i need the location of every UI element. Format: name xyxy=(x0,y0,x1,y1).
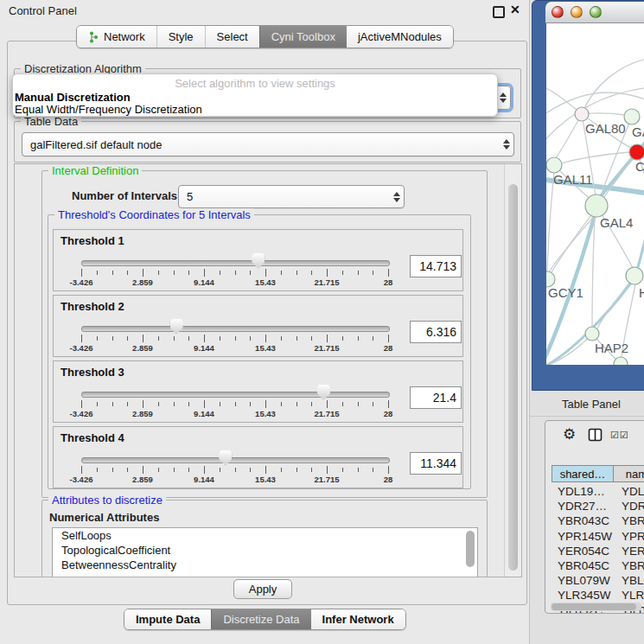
threshold-value-field[interactable]: 21.4 xyxy=(410,386,462,409)
table-data-combobox[interactable]: galFiltered.sif default node xyxy=(22,132,514,156)
table-cell[interactable]: YDL1 xyxy=(619,484,644,499)
network-node[interactable] xyxy=(614,357,628,365)
slider-thumb[interactable] xyxy=(219,450,232,466)
table-panel-header: Table Panel xyxy=(530,393,644,417)
threshold-value-field[interactable]: 14.713 xyxy=(410,255,462,277)
stepper-arrows-icon[interactable] xyxy=(500,133,513,156)
table-row[interactable]: YER054CYER0 xyxy=(552,544,644,558)
node-label: GAL4 xyxy=(600,215,633,230)
table-row[interactable]: YDL19…YDL1 xyxy=(552,484,644,499)
table-row[interactable]: YPR145WYPR1 xyxy=(552,529,644,544)
minimize-traffic-light-icon[interactable] xyxy=(571,6,583,18)
float-window-icon[interactable] xyxy=(493,6,505,18)
slider-tick xyxy=(188,336,189,341)
list-scrollbar[interactable] xyxy=(466,530,475,577)
table-cell[interactable]: YBR045C xyxy=(552,558,619,573)
slider-tick xyxy=(127,402,128,406)
tab-select[interactable]: Select xyxy=(205,26,259,48)
table-cell[interactable]: YPR1 xyxy=(619,529,644,544)
horizontal-scrollbar[interactable] xyxy=(551,603,641,611)
table-row[interactable]: YBL079WYBL0 xyxy=(552,573,644,588)
table-cell[interactable]: YDR27… xyxy=(552,499,619,513)
apply-button[interactable]: Apply xyxy=(233,579,292,599)
gear-icon[interactable]: ⚙ xyxy=(563,425,576,443)
network-edge[interactable] xyxy=(547,172,554,272)
network-edge[interactable] xyxy=(554,152,629,165)
table-cell[interactable]: YBR0 xyxy=(619,558,644,573)
slider-thumb[interactable] xyxy=(317,385,330,400)
close-icon[interactable]: ✕ xyxy=(510,3,520,16)
network-node[interactable] xyxy=(629,144,644,160)
table-cell[interactable]: YPR145W xyxy=(552,529,619,544)
tab-impute-data[interactable]: Impute Data xyxy=(124,609,211,629)
slider-track[interactable] xyxy=(81,326,390,332)
tab-jactivemnodules[interactable]: jActiveMNodules xyxy=(347,26,453,48)
threshold-label: Threshold 2 xyxy=(61,300,124,313)
dropdown-option-manual-discretization[interactable]: Manual Discretization xyxy=(15,91,131,104)
network-node[interactable] xyxy=(624,109,640,124)
table-cell[interactable]: YBL079W xyxy=(552,573,619,588)
network-node[interactable] xyxy=(626,267,643,284)
table-cell[interactable]: YBR043C xyxy=(552,513,619,528)
num-intervals-label: Number of Intervals xyxy=(72,189,177,202)
scrollbar-thumb[interactable] xyxy=(508,184,518,571)
stepper-arrows-icon[interactable] xyxy=(496,86,510,109)
tab-style[interactable]: Style xyxy=(156,26,205,48)
network-node[interactable] xyxy=(575,107,589,121)
vertical-scrollbar[interactable] xyxy=(504,164,521,577)
table-row[interactable]: YBR043CYBR0 xyxy=(552,513,644,528)
scrollbar-thumb[interactable] xyxy=(552,603,636,610)
network-node[interactable] xyxy=(585,327,599,341)
slider-track[interactable] xyxy=(81,260,390,266)
columns-icon[interactable] xyxy=(588,428,603,442)
attribute-item[interactable]: TopologicalCoefficient xyxy=(53,543,477,558)
network-node[interactable] xyxy=(585,194,608,217)
slider-track[interactable] xyxy=(81,392,390,398)
table-cell[interactable]: YLR3 xyxy=(619,588,644,603)
slider-tick xyxy=(188,468,189,472)
tab-cyni-toolbox[interactable]: Cyni Toolbox xyxy=(259,26,347,48)
dropdown-option-equal-width-frequency[interactable]: Equal Width/Frequency Discretization xyxy=(15,103,202,116)
column-header-name[interactable]: name xyxy=(614,465,644,482)
network-window-titlebar[interactable] xyxy=(545,2,644,23)
tab-infer-network[interactable]: Infer Network xyxy=(311,609,405,629)
table-cell[interactable]: YER0 xyxy=(619,544,644,558)
attribute-item[interactable]: BetweennessCentrality xyxy=(53,558,477,572)
column-header-shared-name[interactable]: shared… xyxy=(552,465,614,482)
scrollbar-thumb[interactable] xyxy=(466,531,475,567)
threshold-label: Threshold 4 xyxy=(61,431,124,444)
slider-tick xyxy=(158,336,159,341)
slider-thumb[interactable] xyxy=(170,319,183,335)
table-row[interactable]: YDR27…YDR2 xyxy=(552,499,644,513)
num-intervals-combobox[interactable]: 5 xyxy=(178,185,405,208)
stepper-arrows-icon[interactable] xyxy=(390,186,404,207)
slider-track[interactable] xyxy=(81,457,390,463)
network-view-window: GAL80GACGAL11GAL4GCY1HHAP2 xyxy=(532,0,644,391)
network-edge[interactable] xyxy=(638,215,644,267)
attribute-item[interactable]: SelfLoops xyxy=(53,528,477,543)
table-cell[interactable]: YER054C xyxy=(552,544,619,558)
table-row[interactable]: YLR345WYLR3 xyxy=(552,588,644,603)
table-cell[interactable]: YDR2 xyxy=(619,499,644,513)
zoom-traffic-light-icon[interactable] xyxy=(590,6,602,18)
checkboxes-icon[interactable]: ☑☑ xyxy=(610,430,629,441)
network-edge[interactable] xyxy=(582,58,644,114)
network-canvas[interactable]: GAL80GACGAL11GAL4GCY1HHAP2 xyxy=(546,23,644,365)
node-label: GA xyxy=(632,124,644,139)
slider-tick xyxy=(143,466,143,474)
network-node[interactable] xyxy=(546,157,562,173)
tab-discretize-data[interactable]: Discretize Data xyxy=(211,609,310,629)
network-edge[interactable] xyxy=(592,217,595,327)
slider-tick-label: -3.426 xyxy=(70,277,93,287)
table-cell[interactable]: YLR345W xyxy=(552,588,619,603)
threshold-value-field[interactable]: 6.316 xyxy=(410,321,462,343)
close-traffic-light-icon[interactable] xyxy=(552,6,564,18)
table-row[interactable]: YBR045CYBR0 xyxy=(552,558,644,573)
tab-network[interactable]: Network xyxy=(77,26,156,48)
network-edge[interactable] xyxy=(556,114,582,158)
table-cell[interactable]: YBR0 xyxy=(619,513,644,528)
table-cell[interactable]: YBL0 xyxy=(619,573,644,588)
threshold-value-field[interactable]: 11.344 xyxy=(410,452,462,475)
slider-thumb[interactable] xyxy=(252,253,265,269)
table-cell[interactable]: YDL19… xyxy=(552,484,619,499)
